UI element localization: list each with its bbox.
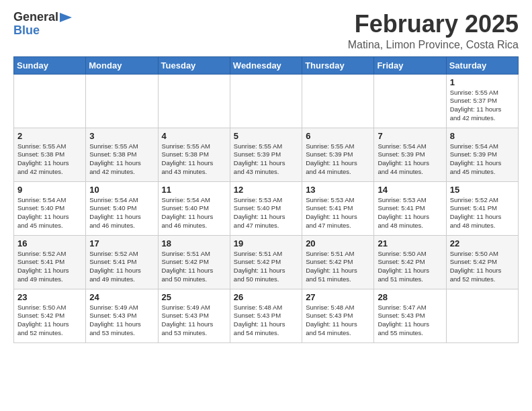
day-cell bbox=[446, 289, 518, 342]
day-number: 1 bbox=[450, 77, 515, 87]
week-row-3: 16Sunrise: 5:52 AM Sunset: 5:41 PM Dayli… bbox=[14, 235, 519, 289]
day-info: Sunrise: 5:53 AM Sunset: 5:41 PM Dayligh… bbox=[306, 196, 370, 230]
day-cell: 17Sunrise: 5:52 AM Sunset: 5:41 PM Dayli… bbox=[86, 235, 158, 289]
day-number: 6 bbox=[306, 131, 370, 141]
day-cell: 19Sunrise: 5:51 AM Sunset: 5:42 PM Dayli… bbox=[230, 235, 302, 289]
logo: General Blue bbox=[13, 11, 72, 38]
day-number: 22 bbox=[450, 238, 515, 248]
day-cell: 26Sunrise: 5:48 AM Sunset: 5:43 PM Dayli… bbox=[230, 289, 302, 342]
weekday-thursday: Thursday bbox=[302, 56, 374, 74]
day-number: 23 bbox=[17, 292, 82, 302]
day-cell: 12Sunrise: 5:53 AM Sunset: 5:40 PM Dayli… bbox=[230, 181, 302, 235]
weekday-wednesday: Wednesday bbox=[230, 56, 302, 74]
day-cell: 18Sunrise: 5:51 AM Sunset: 5:42 PM Dayli… bbox=[158, 235, 230, 289]
logo-line1: General bbox=[13, 11, 58, 24]
day-number: 14 bbox=[378, 185, 442, 195]
day-number: 24 bbox=[89, 292, 154, 302]
page: General Blue February 2025 Matina, Limon… bbox=[0, 0, 532, 350]
day-number: 25 bbox=[162, 292, 226, 302]
day-info: Sunrise: 5:49 AM Sunset: 5:43 PM Dayligh… bbox=[162, 304, 226, 338]
weekday-friday: Friday bbox=[374, 56, 446, 74]
day-info: Sunrise: 5:52 AM Sunset: 5:41 PM Dayligh… bbox=[450, 196, 515, 230]
day-number: 13 bbox=[306, 185, 370, 195]
weekday-sunday: Sunday bbox=[14, 56, 86, 74]
day-cell: 25Sunrise: 5:49 AM Sunset: 5:43 PM Dayli… bbox=[158, 289, 230, 342]
day-info: Sunrise: 5:48 AM Sunset: 5:43 PM Dayligh… bbox=[234, 304, 298, 338]
weekday-header-row: SundayMondayTuesdayWednesdayThursdayFrid… bbox=[14, 56, 519, 74]
day-info: Sunrise: 5:51 AM Sunset: 5:42 PM Dayligh… bbox=[162, 250, 226, 284]
day-number: 27 bbox=[306, 292, 370, 302]
day-info: Sunrise: 5:50 AM Sunset: 5:42 PM Dayligh… bbox=[450, 250, 515, 284]
day-number: 9 bbox=[17, 185, 82, 195]
day-cell: 2Sunrise: 5:55 AM Sunset: 5:38 PM Daylig… bbox=[14, 128, 86, 181]
day-cell: 4Sunrise: 5:55 AM Sunset: 5:38 PM Daylig… bbox=[158, 128, 230, 181]
day-info: Sunrise: 5:54 AM Sunset: 5:39 PM Dayligh… bbox=[450, 142, 515, 177]
day-cell: 9Sunrise: 5:54 AM Sunset: 5:40 PM Daylig… bbox=[14, 181, 86, 235]
day-number: 10 bbox=[89, 185, 154, 195]
day-number: 7 bbox=[378, 131, 442, 141]
day-cell: 5Sunrise: 5:55 AM Sunset: 5:39 PM Daylig… bbox=[230, 128, 302, 181]
day-info: Sunrise: 5:48 AM Sunset: 5:43 PM Dayligh… bbox=[306, 304, 370, 338]
day-cell bbox=[86, 74, 158, 128]
day-cell: 8Sunrise: 5:54 AM Sunset: 5:39 PM Daylig… bbox=[446, 128, 518, 181]
day-cell bbox=[14, 74, 86, 128]
week-row-0: 1Sunrise: 5:55 AM Sunset: 5:37 PM Daylig… bbox=[14, 74, 519, 128]
day-number: 21 bbox=[378, 238, 442, 248]
day-number: 26 bbox=[234, 292, 298, 302]
day-number: 12 bbox=[234, 185, 298, 195]
day-cell: 22Sunrise: 5:50 AM Sunset: 5:42 PM Dayli… bbox=[446, 235, 518, 289]
day-number: 3 bbox=[89, 131, 154, 141]
day-number: 4 bbox=[162, 131, 226, 141]
day-number: 11 bbox=[162, 185, 226, 195]
day-cell bbox=[374, 74, 446, 128]
day-number: 19 bbox=[234, 238, 298, 248]
weekday-saturday: Saturday bbox=[446, 56, 518, 74]
day-number: 8 bbox=[450, 131, 515, 141]
day-cell bbox=[302, 74, 374, 128]
day-cell: 13Sunrise: 5:53 AM Sunset: 5:41 PM Dayli… bbox=[302, 181, 374, 235]
day-cell: 14Sunrise: 5:53 AM Sunset: 5:41 PM Dayli… bbox=[374, 181, 446, 235]
day-info: Sunrise: 5:55 AM Sunset: 5:38 PM Dayligh… bbox=[17, 142, 82, 177]
day-cell: 20Sunrise: 5:51 AM Sunset: 5:42 PM Dayli… bbox=[302, 235, 374, 289]
day-cell: 16Sunrise: 5:52 AM Sunset: 5:41 PM Dayli… bbox=[14, 235, 86, 289]
week-row-2: 9Sunrise: 5:54 AM Sunset: 5:40 PM Daylig… bbox=[14, 181, 519, 235]
day-cell: 6Sunrise: 5:55 AM Sunset: 5:39 PM Daylig… bbox=[302, 128, 374, 181]
logo-arrow-icon bbox=[60, 13, 72, 22]
day-cell: 10Sunrise: 5:54 AM Sunset: 5:40 PM Dayli… bbox=[86, 181, 158, 235]
day-info: Sunrise: 5:55 AM Sunset: 5:39 PM Dayligh… bbox=[234, 142, 298, 177]
day-cell: 15Sunrise: 5:52 AM Sunset: 5:41 PM Dayli… bbox=[446, 181, 518, 235]
week-row-1: 2Sunrise: 5:55 AM Sunset: 5:38 PM Daylig… bbox=[14, 128, 519, 181]
day-info: Sunrise: 5:50 AM Sunset: 5:42 PM Dayligh… bbox=[378, 250, 442, 284]
day-cell: 23Sunrise: 5:50 AM Sunset: 5:42 PM Dayli… bbox=[14, 289, 86, 342]
day-cell bbox=[230, 74, 302, 128]
weekday-tuesday: Tuesday bbox=[158, 56, 230, 74]
day-number: 16 bbox=[17, 238, 82, 248]
day-info: Sunrise: 5:49 AM Sunset: 5:43 PM Dayligh… bbox=[89, 304, 154, 338]
day-cell: 28Sunrise: 5:47 AM Sunset: 5:43 PM Dayli… bbox=[374, 289, 446, 342]
day-info: Sunrise: 5:54 AM Sunset: 5:40 PM Dayligh… bbox=[17, 196, 82, 230]
day-number: 5 bbox=[234, 131, 298, 141]
day-info: Sunrise: 5:54 AM Sunset: 5:40 PM Dayligh… bbox=[89, 196, 154, 230]
day-info: Sunrise: 5:52 AM Sunset: 5:41 PM Dayligh… bbox=[17, 250, 82, 284]
day-info: Sunrise: 5:52 AM Sunset: 5:41 PM Dayligh… bbox=[89, 250, 154, 284]
day-info: Sunrise: 5:55 AM Sunset: 5:38 PM Dayligh… bbox=[162, 142, 226, 177]
day-number: 28 bbox=[378, 292, 442, 302]
day-number: 20 bbox=[306, 238, 370, 248]
day-number: 18 bbox=[162, 238, 226, 248]
title-block: February 2025 Matina, Limon Province, Co… bbox=[348, 11, 519, 51]
logo-line2: Blue bbox=[13, 24, 40, 38]
day-number: 15 bbox=[450, 185, 515, 195]
week-row-4: 23Sunrise: 5:50 AM Sunset: 5:42 PM Dayli… bbox=[14, 289, 519, 342]
svg-marker-0 bbox=[60, 13, 72, 22]
weekday-monday: Monday bbox=[86, 56, 158, 74]
day-info: Sunrise: 5:50 AM Sunset: 5:42 PM Dayligh… bbox=[17, 304, 82, 338]
day-cell: 1Sunrise: 5:55 AM Sunset: 5:37 PM Daylig… bbox=[446, 74, 518, 128]
day-cell: 3Sunrise: 5:55 AM Sunset: 5:38 PM Daylig… bbox=[86, 128, 158, 181]
day-info: Sunrise: 5:54 AM Sunset: 5:39 PM Dayligh… bbox=[378, 142, 442, 177]
day-cell: 11Sunrise: 5:54 AM Sunset: 5:40 PM Dayli… bbox=[158, 181, 230, 235]
day-info: Sunrise: 5:51 AM Sunset: 5:42 PM Dayligh… bbox=[234, 250, 298, 284]
day-cell bbox=[158, 74, 230, 128]
calendar-table: SundayMondayTuesdayWednesdayThursdayFrid… bbox=[13, 56, 519, 343]
day-number: 2 bbox=[17, 131, 82, 141]
day-info: Sunrise: 5:55 AM Sunset: 5:37 PM Dayligh… bbox=[450, 89, 515, 123]
